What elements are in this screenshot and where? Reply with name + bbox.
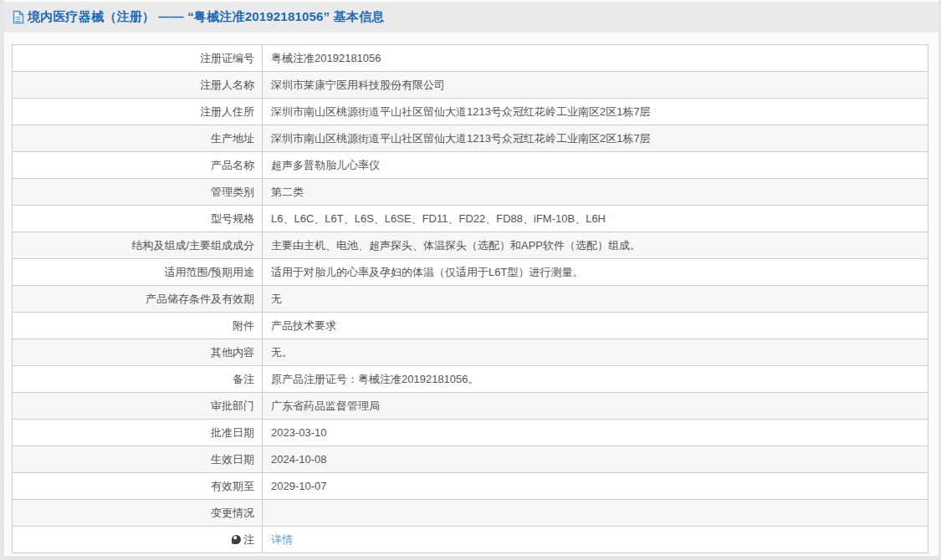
table-row: 其他内容无。 — [13, 339, 928, 366]
row-label: 适用范围/预期用途 — [13, 259, 263, 286]
row-label: 结构及组成/主要组成成分 — [13, 232, 263, 259]
header-bar: 境内医疗器械（注册） —— “粤械注准20192181056” 基本信息 — [4, 2, 938, 33]
table-row: 型号规格L6、L6C、L6T、L6S、L6SE、FD11、FD22、FD88、i… — [13, 206, 928, 232]
row-label: 注 — [13, 527, 263, 553]
row-value-text: 原产品注册证号：粤械注准20192181056。 — [271, 373, 479, 385]
row-value: 2029-10-07 — [263, 473, 928, 500]
table-row: 注册人名称深圳市莱康宁医用科技股份有限公司 — [13, 72, 928, 99]
document-icon — [12, 10, 24, 24]
row-value: 深圳市南山区桃源街道平山社区留仙大道1213号众冠红花岭工业南区2区1栋7层 — [263, 125, 928, 152]
table-row: 变更情况 — [13, 500, 928, 527]
row-label: 注册人名称 — [13, 72, 263, 99]
row-value-text: 无 — [271, 293, 282, 305]
row-value-text: 2029-10-07 — [271, 480, 327, 492]
row-value: L6、L6C、L6T、L6S、L6SE、FD11、FD22、FD88、iFM-1… — [263, 206, 928, 232]
row-value: 粤械注准20192181056 — [263, 45, 928, 72]
registration-table-body: 注册证编号粤械注准20192181056注册人名称深圳市莱康宁医用科技股份有限公… — [13, 45, 928, 553]
row-value-text: 2023-03-10 — [271, 426, 327, 439]
table-row: 注册人住所深圳市南山区桃源街道平山社区留仙大道1213号众冠红花岭工业南区2区1… — [13, 99, 928, 125]
row-value: 深圳市莱康宁医用科技股份有限公司 — [263, 72, 928, 99]
row-label-text: 审批部门 — [211, 400, 254, 412]
page-title: 境内医疗器械（注册） —— “粤械注准20192181056” 基本信息 — [28, 9, 384, 25]
table-row: 批准日期2023-03-10 — [13, 420, 928, 446]
row-label: 注册证编号 — [13, 45, 263, 72]
table-row: 注详情 — [13, 527, 928, 553]
row-value: 主要由主机、电池、超声探头、体温探头（选配）和APP软件（选配）组成。 — [263, 232, 928, 259]
row-label: 生产地址 — [13, 125, 263, 152]
row-value: 原产品注册证号：粤械注准20192181056。 — [263, 366, 928, 393]
row-label-text: 产品储存条件及有效期 — [146, 293, 254, 305]
row-value: 2024-10-08 — [263, 446, 928, 473]
row-value: 产品技术要求 — [263, 313, 928, 339]
row-label: 审批部门 — [13, 393, 263, 420]
row-label-text: 型号规格 — [211, 212, 254, 225]
row-value-text: 第二类 — [271, 186, 304, 198]
table-row: 管理类别第二类 — [13, 179, 928, 206]
row-label-text: 结构及组成/主要组成成分 — [131, 239, 254, 252]
row-value: 2023-03-10 — [263, 420, 928, 446]
note-icon — [232, 535, 241, 544]
content-panel: 境内医疗器械（注册） —— “粤械注准20192181056” 基本信息 注册证… — [4, 0, 938, 556]
table-row: 有效期至2029-10-07 — [13, 473, 928, 500]
row-label-text: 变更情况 — [211, 507, 254, 519]
row-label: 附件 — [13, 313, 263, 339]
row-value-text: 适用于对胎儿的心率及孕妇的体温（仅适用于L6T型）进行测量。 — [271, 266, 583, 278]
table-row: 备注原产品注册证号：粤械注准20192181056。 — [13, 366, 928, 393]
row-label-text: 有效期至 — [211, 480, 254, 492]
row-value-text: 无。 — [271, 346, 293, 359]
row-value-text: 深圳市南山区桃源街道平山社区留仙大道1213号众冠红花岭工业南区2区1栋7层 — [271, 132, 651, 145]
row-value-text: 深圳市南山区桃源街道平山社区留仙大道1213号众冠红花岭工业南区2区1栋7层 — [271, 105, 651, 118]
row-value: 广东省药品监督管理局 — [263, 393, 928, 420]
row-label: 型号规格 — [13, 206, 263, 232]
row-value-text: 2024-10-08 — [271, 453, 327, 466]
table-row: 生产地址深圳市南山区桃源街道平山社区留仙大道1213号众冠红花岭工业南区2区1栋… — [13, 125, 928, 152]
row-label-text: 注 — [243, 533, 254, 546]
row-value: 第二类 — [263, 179, 928, 206]
row-value: 无 — [263, 286, 928, 313]
row-label-text: 备注 — [233, 373, 254, 385]
row-value: 超声多普勒胎儿心率仪 — [263, 152, 928, 179]
row-label: 管理类别 — [13, 179, 263, 206]
row-value-text: L6、L6C、L6T、L6S、L6SE、FD11、FD22、FD88、iFM-1… — [271, 212, 606, 225]
row-label-text: 适用范围/预期用途 — [164, 266, 254, 278]
table-row: 产品名称超声多普勒胎儿心率仪 — [13, 152, 928, 179]
row-label-text: 管理类别 — [211, 186, 254, 198]
table-row: 生效日期2024-10-08 — [13, 446, 928, 473]
row-label: 产品名称 — [13, 152, 263, 179]
row-label-text: 生产地址 — [211, 132, 254, 145]
registration-table: 注册证编号粤械注准20192181056注册人名称深圳市莱康宁医用科技股份有限公… — [12, 44, 928, 553]
table-row: 附件产品技术要求 — [13, 313, 928, 339]
row-label: 批准日期 — [13, 420, 263, 446]
row-value-text: 深圳市莱康宁医用科技股份有限公司 — [271, 79, 445, 91]
row-value-text: 超声多普勒胎儿心率仪 — [271, 159, 380, 171]
row-label-text: 批准日期 — [211, 426, 254, 439]
row-value-text: 粤械注准20192181056 — [271, 52, 381, 64]
row-label: 有效期至 — [13, 473, 263, 500]
table-row: 产品储存条件及有效期无 — [13, 286, 928, 313]
row-value-text: 产品技术要求 — [271, 319, 336, 332]
row-label-text: 注册人名称 — [200, 79, 254, 91]
row-label: 生效日期 — [13, 446, 263, 473]
details-link[interactable]: 详情 — [271, 533, 293, 546]
row-label: 产品储存条件及有效期 — [13, 286, 263, 313]
row-value — [263, 500, 928, 527]
row-label-text: 注册证编号 — [200, 52, 254, 64]
row-label-text: 生效日期 — [211, 453, 254, 466]
row-value: 深圳市南山区桃源街道平山社区留仙大道1213号众冠红花岭工业南区2区1栋7层 — [263, 99, 928, 125]
table-row: 审批部门广东省药品监督管理局 — [13, 393, 928, 420]
table-row: 适用范围/预期用途适用于对胎儿的心率及孕妇的体温（仅适用于L6T型）进行测量。 — [13, 259, 928, 286]
row-label-text: 附件 — [233, 319, 254, 332]
row-label-text: 其他内容 — [211, 346, 254, 359]
row-label-text: 产品名称 — [211, 159, 254, 171]
row-value: 无。 — [263, 339, 928, 366]
row-value: 详情 — [263, 527, 928, 553]
row-label: 注册人住所 — [13, 99, 263, 125]
row-value-text: 主要由主机、电池、超声探头、体温探头（选配）和APP软件（选配）组成。 — [271, 239, 641, 252]
table-row: 注册证编号粤械注准20192181056 — [13, 45, 928, 72]
row-label: 备注 — [13, 366, 263, 393]
row-value-text: 广东省药品监督管理局 — [271, 400, 380, 412]
table-row: 结构及组成/主要组成成分主要由主机、电池、超声探头、体温探头（选配）和APP软件… — [13, 232, 928, 259]
row-label: 变更情况 — [13, 500, 263, 527]
row-value: 适用于对胎儿的心率及孕妇的体温（仅适用于L6T型）进行测量。 — [263, 259, 928, 286]
row-label: 其他内容 — [13, 339, 263, 366]
